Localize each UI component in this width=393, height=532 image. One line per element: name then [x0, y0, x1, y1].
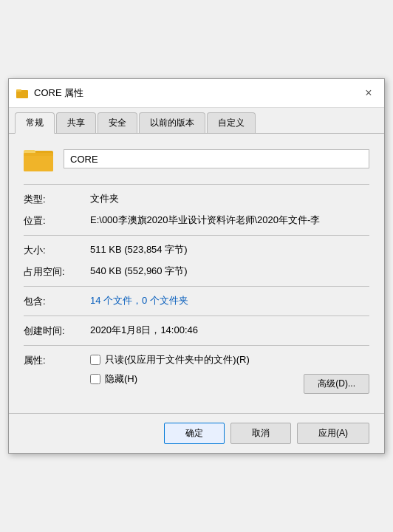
separator-1	[24, 184, 369, 185]
disk-size-row: 占用空间: 540 KB (552,960 字节)	[24, 265, 369, 279]
created-value: 2020年1月8日，14:00:46	[90, 324, 198, 337]
type-label: 类型:	[24, 192, 90, 206]
tab-content: 类型: 文件夹 位置: E:\000李澳旗2020毕业设计资料许老师\2020年…	[9, 134, 384, 413]
readonly-row: 只读(仅应用于文件夹中的文件)(R)	[90, 353, 304, 366]
created-row: 创建时间: 2020年1月8日，14:00:46	[24, 324, 369, 338]
hidden-checkbox[interactable]	[90, 374, 100, 384]
contains-row: 包含: 14 个文件，0 个文件夹	[24, 294, 369, 308]
size-label: 大小:	[24, 243, 90, 257]
type-row: 类型: 文件夹	[24, 192, 369, 206]
tabs-bar: 常规 共享 安全 以前的版本 自定义	[9, 108, 384, 134]
advanced-button[interactable]: 高级(D)...	[304, 374, 369, 394]
attributes-content: 只读(仅应用于文件夹中的文件)(R) 隐藏(H)	[90, 353, 304, 392]
disk-size-value: 540 KB (552,960 字节)	[90, 265, 188, 278]
separator-3	[24, 286, 369, 287]
tab-previous-versions[interactable]: 以前的版本	[139, 112, 205, 133]
title-bar-folder-icon	[16, 87, 28, 99]
tab-customize[interactable]: 自定义	[207, 112, 256, 133]
tab-share[interactable]: 共享	[56, 112, 96, 133]
size-row: 大小: 511 KB (523,854 字节)	[24, 243, 369, 257]
svg-rect-5	[24, 153, 53, 156]
separator-5	[24, 345, 369, 346]
location-label: 位置:	[24, 214, 90, 228]
close-button[interactable]: ×	[360, 85, 377, 101]
title-bar-left: CORE 属性	[16, 86, 83, 100]
folder-header	[24, 146, 369, 172]
attributes-label: 属性:	[24, 353, 90, 367]
hidden-row: 隐藏(H)	[90, 372, 304, 386]
created-label: 创建时间:	[24, 324, 90, 338]
title-bar: CORE 属性 ×	[9, 79, 384, 108]
folder-name-input[interactable]	[64, 149, 369, 168]
properties-window: CORE 属性 × 常规 共享 安全 以前的版本 自定义 类型: 文件夹	[8, 78, 385, 454]
tab-general[interactable]: 常规	[15, 112, 55, 134]
folder-icon	[24, 146, 53, 172]
attributes-row: 属性: 只读(仅应用于文件夹中的文件)(R) 隐藏(H) 高级(D)...	[24, 353, 369, 394]
separator-4	[24, 316, 369, 316]
footer: 确定 取消 应用(A)	[9, 413, 384, 453]
tab-security[interactable]: 安全	[98, 112, 137, 133]
type-value: 文件夹	[90, 192, 119, 205]
readonly-checkbox[interactable]	[90, 355, 100, 365]
hidden-label: 隐藏(H)	[105, 372, 137, 386]
ok-button[interactable]: 确定	[164, 423, 225, 444]
svg-rect-1	[16, 89, 21, 92]
location-row: 位置: E:\000李澳旗2020毕业设计资料许老师\2020年文件-李	[24, 214, 369, 228]
size-value: 511 KB (523,854 字节)	[90, 243, 188, 256]
apply-button[interactable]: 应用(A)	[297, 423, 369, 444]
disk-size-label: 占用空间:	[24, 265, 90, 279]
cancel-button[interactable]: 取消	[230, 423, 291, 444]
contains-label: 包含:	[24, 294, 90, 308]
readonly-label: 只读(仅应用于文件夹中的文件)(R)	[105, 353, 250, 366]
contains-value: 14 个文件，0 个文件夹	[90, 294, 188, 307]
window-title: CORE 属性	[34, 86, 83, 100]
separator-2	[24, 235, 369, 236]
location-value: E:\000李澳旗2020毕业设计资料许老师\2020年文件-李	[90, 214, 320, 227]
